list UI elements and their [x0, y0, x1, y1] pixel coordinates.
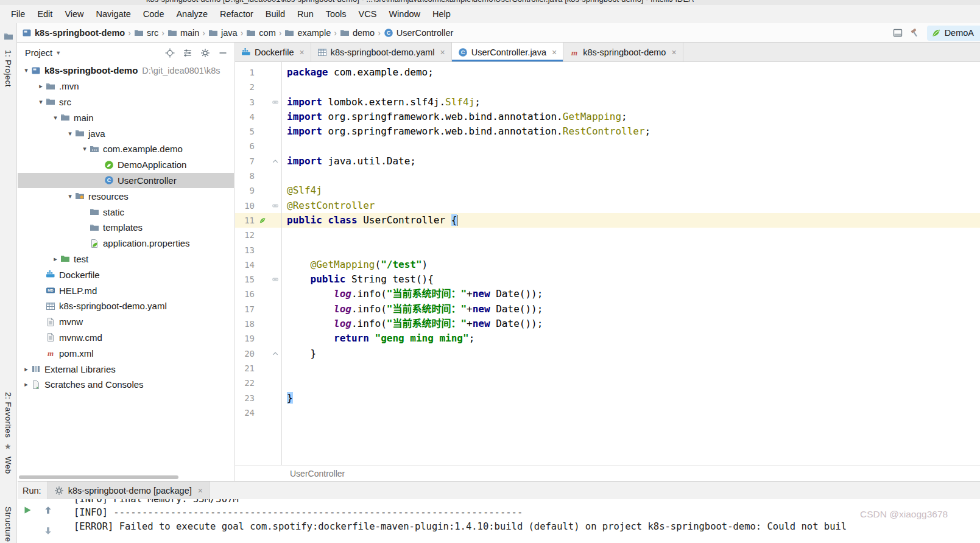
chevron-open-icon[interactable]: ▾: [51, 114, 60, 122]
tree-item-mvn[interactable]: ▸.mvn: [18, 79, 234, 94]
tree-item-k8s-springboot-demo[interactable]: ▾k8s-springboot-demoD:\git_idea0801\k8s: [18, 63, 234, 79]
tree-item-external-libraries[interactable]: ▸External Libraries: [18, 361, 234, 377]
menu-tools[interactable]: Tools: [320, 5, 353, 23]
chevron-closed-icon[interactable]: ▸: [51, 255, 60, 263]
toolbutton-structure[interactable]: Structure: [4, 506, 13, 542]
gear-icon[interactable]: [200, 48, 210, 58]
menu-navigate[interactable]: Navigate: [90, 5, 137, 23]
editor-breadcrumb-item[interactable]: UserController: [290, 469, 345, 478]
token: java.util.Date;: [322, 155, 416, 167]
breadcrumb-item-usercontroller[interactable]: CUserController: [384, 28, 453, 38]
code-line-16: 16 log.info("当前系统时间："+new Date());: [235, 287, 980, 301]
locate-file-icon[interactable]: [165, 48, 175, 58]
project-tool-icon[interactable]: [4, 32, 13, 41]
toolbutton-project[interactable]: 1: Project: [4, 50, 13, 87]
up-arrow-icon[interactable]: [43, 505, 53, 515]
menu-edit[interactable]: Edit: [31, 5, 58, 23]
gutter-slot: [256, 287, 269, 301]
menu-file[interactable]: File: [5, 5, 31, 23]
chevron-open-icon[interactable]: ▾: [21, 66, 31, 74]
tree-item-src[interactable]: ▾src: [18, 94, 234, 110]
view-options-icon[interactable]: [183, 48, 192, 58]
breadcrumb-item-com[interactable]: com: [246, 28, 275, 38]
menu-analyze[interactable]: Analyze: [170, 5, 214, 23]
tree-item-static[interactable]: static: [18, 204, 234, 220]
tree-item-main[interactable]: ▾main: [18, 110, 234, 125]
tree-item-k8s-springboot-demo-yaml[interactable]: k8s-springboot-demo.yaml: [18, 298, 234, 314]
toolbutton-favorites[interactable]: 2: Favorites: [4, 392, 13, 438]
tree-item-java[interactable]: ▾java: [18, 125, 234, 141]
menu-run[interactable]: Run: [291, 5, 320, 23]
tree-item-pom-xml[interactable]: mpom.xml: [18, 345, 234, 361]
tree-item-dockerfile[interactable]: Dockerfile: [18, 267, 234, 282]
fold-start-icon[interactable]: [269, 272, 281, 287]
chevron-open-icon[interactable]: ▾: [65, 130, 75, 138]
breadcrumb-item-k8s-springboot-demo[interactable]: k8s-springboot-demo: [22, 28, 125, 38]
fold-start-icon[interactable]: [269, 95, 281, 110]
toolbutton-web[interactable]: Web: [4, 457, 13, 474]
breadcrumb-item-example[interactable]: example: [284, 28, 331, 38]
tree-item-scratches-and-consoles[interactable]: ▸Scratches and Consoles: [18, 377, 234, 393]
tree-item-resources[interactable]: ▾resources: [18, 188, 234, 204]
fold-end-icon[interactable]: [269, 346, 281, 361]
menu-help[interactable]: Help: [426, 5, 457, 23]
star-icon[interactable]: ★: [4, 442, 12, 451]
menu-build[interactable]: Build: [259, 5, 291, 23]
breadcrumb-item-java[interactable]: java: [208, 28, 238, 38]
code-text: [281, 228, 980, 242]
menu-refactor[interactable]: Refactor: [214, 5, 259, 23]
close-icon[interactable]: ×: [198, 486, 203, 496]
chevron-open-icon[interactable]: ▾: [80, 145, 90, 153]
down-arrow-icon[interactable]: [43, 526, 53, 536]
project-panel-title[interactable]: Project: [25, 48, 52, 58]
chevron-closed-icon[interactable]: ▸: [21, 365, 31, 373]
tree-item-com-example-demo[interactable]: ▾com.example.demo: [18, 141, 234, 157]
editor-tab-usercontroller-java[interactable]: CUserController.java×: [452, 43, 564, 61]
menu-view[interactable]: View: [58, 5, 90, 23]
gutter-spring-bean-icon[interactable]: [256, 213, 269, 228]
run-tab[interactable]: k8s-springboot-demo [package] ×: [48, 482, 210, 499]
gutter-slot: [256, 272, 269, 287]
menu-code[interactable]: Code: [137, 5, 171, 23]
editor-tab-dockerfile[interactable]: Dockerfile×: [235, 43, 311, 61]
code-editor[interactable]: 1package com.example.demo;23import lombo…: [235, 62, 980, 465]
toolwindow-layout-icon[interactable]: [893, 28, 903, 38]
fold-end-icon[interactable]: [269, 154, 281, 169]
tree-item-help-md[interactable]: MDHELP.md: [18, 282, 234, 298]
rerun-icon[interactable]: [23, 505, 32, 515]
breadcrumb-separator: ›: [202, 28, 205, 38]
tree-item-templates[interactable]: templates: [18, 220, 234, 236]
tree-item-label: Dockerfile: [59, 270, 100, 280]
tree-item-label: main: [74, 113, 94, 123]
run-configuration-selector[interactable]: DemoA: [927, 26, 980, 41]
editor-tab-k8s-springboot-demo-yaml[interactable]: k8s-springboot-demo.yaml×: [311, 43, 452, 61]
tree-item-application-properties[interactable]: application.properties: [18, 236, 234, 251]
close-icon[interactable]: ×: [552, 47, 557, 57]
close-icon[interactable]: ×: [671, 47, 676, 57]
menu-window[interactable]: Window: [382, 5, 426, 23]
close-icon[interactable]: ×: [299, 47, 304, 57]
chevron-down-icon[interactable]: ▼: [55, 50, 61, 56]
close-icon[interactable]: ×: [440, 47, 445, 57]
horizontal-scrollbar[interactable]: [19, 475, 178, 479]
fold-start-icon[interactable]: [269, 198, 281, 213]
tree-item-mvnw[interactable]: mvnw: [18, 314, 234, 330]
breadcrumb-item-demo[interactable]: demo: [340, 28, 375, 38]
build-hammer-icon[interactable]: [910, 28, 920, 38]
tree-item-demoapplication[interactable]: DemoApplication: [18, 157, 234, 173]
token: }: [287, 392, 293, 404]
breadcrumb-item-main[interactable]: main: [167, 28, 199, 38]
chevron-open-icon[interactable]: ▾: [36, 98, 46, 106]
editor-tab-k8s-springboot-demo[interactable]: mk8s-springboot-demo×: [563, 43, 683, 61]
chevron-closed-icon[interactable]: ▸: [21, 380, 31, 388]
tree-item-mvnw-cmd[interactable]: mvnw.cmd: [18, 330, 234, 346]
breadcrumb-item-src[interactable]: src: [134, 28, 158, 38]
tree-item-label: static: [103, 207, 124, 217]
menu-vcs[interactable]: VCS: [353, 5, 383, 23]
fold-slot: [269, 139, 281, 153]
hide-panel-icon[interactable]: [218, 48, 228, 58]
tree-item-usercontroller[interactable]: CUserController: [18, 173, 234, 189]
chevron-open-icon[interactable]: ▾: [65, 192, 75, 200]
tree-item-test[interactable]: ▸test: [18, 251, 234, 267]
chevron-closed-icon[interactable]: ▸: [36, 82, 46, 90]
